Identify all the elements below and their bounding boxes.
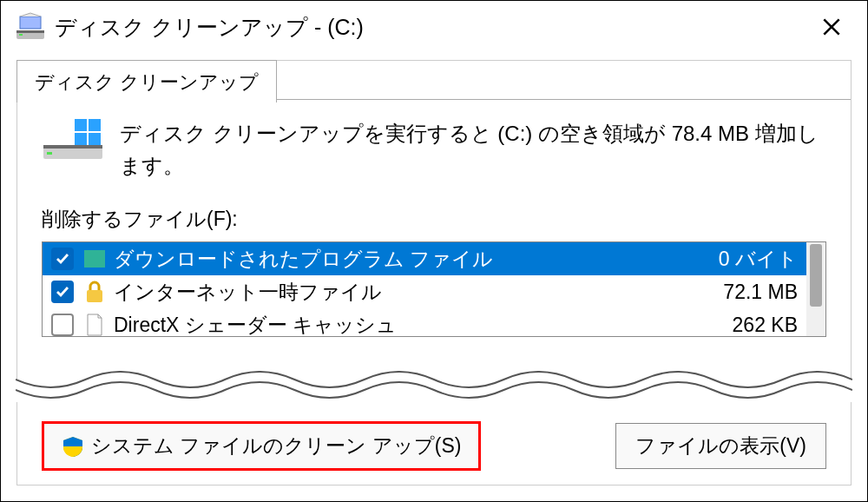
disk-cleanup-icon xyxy=(15,11,46,43)
files-to-delete-label: 削除するファイル(F): xyxy=(42,206,826,233)
summary-text: ディスク クリーンアップを実行すると (C:) の空き領域が 78.4 MB 増… xyxy=(120,117,826,182)
dialog-window: ディスク クリーンアップ - (C:) ディスク クリーンアップ xyxy=(0,0,868,502)
file-item-size: 72.1 MB xyxy=(723,281,798,304)
lock-icon xyxy=(82,280,107,304)
file-row[interactable]: ダウンロードされたプログラム ファイル 0 バイト xyxy=(43,242,806,275)
svg-rect-11 xyxy=(84,250,105,268)
button-label: ファイルの表示(V) xyxy=(635,434,806,457)
folder-icon xyxy=(82,247,107,271)
system-file-cleanup-button[interactable]: システム ファイルのクリーン アップ(S) xyxy=(42,421,481,471)
drive-icon xyxy=(42,117,104,161)
titlebar: ディスク クリーンアップ - (C:) xyxy=(1,1,867,53)
content-area: ディスク クリーンアップ ディスク クリーンアップを実行すると (C:) の空き… xyxy=(16,60,852,485)
svg-rect-4 xyxy=(75,119,87,131)
tab-disk-cleanup[interactable]: ディスク クリーンアップ xyxy=(16,60,277,102)
checkbox[interactable] xyxy=(51,248,74,270)
file-item-label: DirectX シェーダー キャッシュ xyxy=(114,312,724,338)
checkbox[interactable] xyxy=(51,314,74,336)
scrollbar-thumb[interactable] xyxy=(810,244,822,307)
close-button[interactable] xyxy=(810,5,853,49)
checkbox[interactable] xyxy=(51,281,74,303)
window-title: ディスク クリーンアップ - (C:) xyxy=(55,13,810,42)
tab-label: ディスク クリーンアップ xyxy=(35,71,259,93)
shield-icon xyxy=(62,435,84,458)
svg-rect-3 xyxy=(20,17,41,29)
tab-body: ディスク クリーンアップを実行すると (C:) の空き領域が 78.4 MB 増… xyxy=(17,99,851,485)
scrollbar[interactable] xyxy=(806,242,825,336)
svg-rect-1 xyxy=(16,30,44,33)
svg-rect-12 xyxy=(87,290,102,302)
file-item-size: 262 KB xyxy=(733,314,798,337)
file-item-label: ダウンロードされたプログラム ファイル xyxy=(114,246,710,273)
file-list: ダウンロードされたプログラム ファイル 0 バイト xyxy=(42,241,826,337)
svg-rect-9 xyxy=(43,145,102,149)
svg-rect-5 xyxy=(89,119,101,131)
svg-rect-10 xyxy=(47,152,52,155)
svg-rect-2 xyxy=(19,34,23,36)
torn-edge-icon xyxy=(16,371,852,402)
file-item-size: 0 バイト xyxy=(719,246,798,273)
button-label: システム ファイルのクリーン アップ(S) xyxy=(91,433,461,459)
summary-row: ディスク クリーンアップを実行すると (C:) の空き領域が 78.4 MB 増… xyxy=(42,117,826,182)
file-row[interactable]: インターネット一時ファイル 72.1 MB xyxy=(43,275,806,308)
file-item-label: インターネット一時ファイル xyxy=(114,279,714,306)
view-files-button[interactable]: ファイルの表示(V) xyxy=(615,423,826,469)
file-row[interactable]: DirectX シェーダー キャッシュ 262 KB xyxy=(43,308,806,337)
file-icon xyxy=(82,313,107,337)
svg-rect-6 xyxy=(75,133,87,145)
svg-rect-7 xyxy=(89,133,101,145)
button-row: システム ファイルのクリーン アップ(S) ファイルの表示(V) xyxy=(42,421,826,471)
